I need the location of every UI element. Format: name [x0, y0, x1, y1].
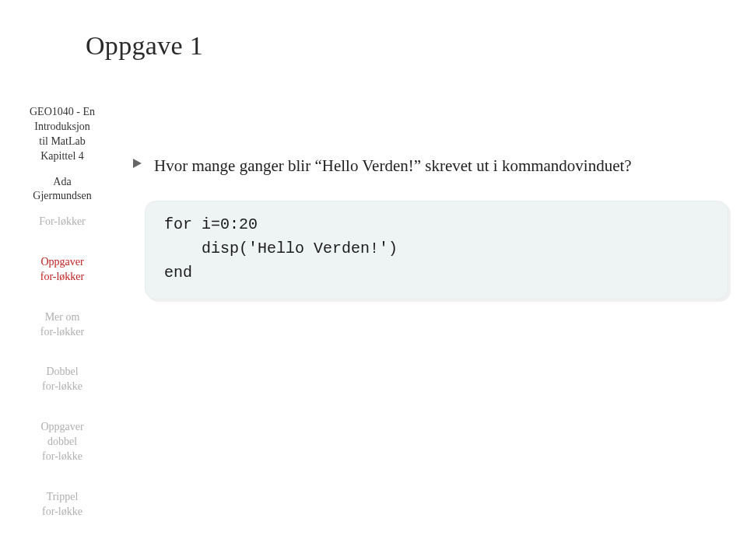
nav-label: For-løkker	[39, 215, 86, 227]
slide-body: Oppgave 1 Hvor mange ganger blir “Hello …	[86, 31, 724, 299]
nav-oppgaver-dobbel-for-lokke[interactable]: Oppgaver dobbel for-løkke	[0, 405, 124, 464]
bullet-icon	[132, 154, 143, 174]
bullet-text: Hvor mange ganger blir “Hello Verden!” s…	[154, 154, 632, 177]
nav-label: Mer om for-løkker	[40, 311, 84, 338]
bullet-item: Hvor mange ganger blir “Hello Verden!” s…	[132, 154, 724, 177]
nav-label: Trippel for-løkke	[42, 491, 82, 517]
nav-mer-om-for-lokker[interactable]: Mer om for-løkker	[0, 296, 124, 340]
nav-label: Dobbel for-løkke	[42, 366, 82, 392]
code-block: for i=0:20 disp('Hello Verden!') end	[145, 201, 728, 299]
nav-dobbel-for-lokke[interactable]: Dobbel for-løkke	[0, 351, 124, 395]
nav-trippel-for-lokke[interactable]: Trippel for-løkke	[0, 475, 124, 520]
nav-label: Oppgaver for-løkker	[40, 256, 84, 282]
svg-marker-0	[133, 159, 142, 168]
nav-label: Oppgaver dobbel for-løkke	[40, 421, 83, 462]
slide-title: Oppgave 1	[86, 31, 724, 61]
